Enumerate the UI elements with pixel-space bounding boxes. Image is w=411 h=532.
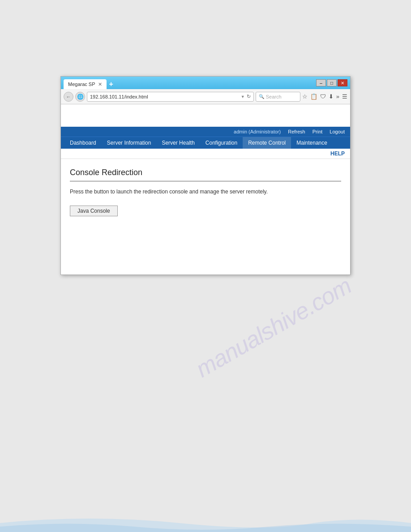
browser-window: Megarac SP ✕ + – □ ✕ ← 🌐 192.168.101.11/…	[60, 76, 351, 275]
browser-tab[interactable]: Megarac SP ✕	[64, 79, 107, 89]
more-icon[interactable]: »	[336, 93, 339, 100]
java-console-button[interactable]: Java Console	[70, 206, 118, 216]
nav-maintenance[interactable]: Maintenance	[291, 137, 333, 149]
watermark: manualshive.com	[191, 272, 355, 383]
new-tab-button[interactable]: +	[107, 80, 116, 88]
title-bar: Megarac SP ✕ + – □ ✕	[61, 77, 350, 89]
page-description: Press the button to launch the redirecti…	[70, 189, 341, 195]
page-title: Console Redirection	[70, 168, 341, 181]
nav-server-health[interactable]: Server Health	[156, 137, 200, 149]
menu-icon[interactable]: ☰	[342, 93, 347, 100]
bottom-decoration	[0, 514, 411, 532]
user-info: admin (Administrator)	[234, 129, 281, 134]
search-box[interactable]: 🔍 Search	[256, 92, 300, 102]
help-link[interactable]: HELP	[330, 150, 345, 157]
url-box[interactable]: 192.168.101.11/index.html ▼ ↻	[87, 92, 254, 102]
url-text: 192.168.101.11/index.html	[90, 94, 239, 99]
minimize-button[interactable]: –	[316, 79, 326, 86]
toolbar-icons: ☆ 📋 🛡 ⬇ » ☰	[302, 93, 347, 100]
info-bar: admin (Administrator) Refresh Print Logo…	[61, 127, 350, 137]
tab-title: Megarac SP	[68, 82, 95, 87]
address-bar: ← 🌐 192.168.101.11/index.html ▼ ↻ 🔍 Sear…	[61, 89, 350, 104]
page-area: admin (Administrator) Refresh Print Logo…	[61, 104, 350, 275]
logout-link[interactable]: Logout	[330, 129, 345, 134]
nav-remote-control[interactable]: Remote Control	[243, 137, 291, 149]
shield-icon[interactable]: 🛡	[320, 93, 326, 100]
nav-configuration[interactable]: Configuration	[200, 137, 243, 149]
maximize-button[interactable]: □	[327, 79, 337, 86]
wave-svg	[0, 514, 411, 532]
search-icon: 🔍	[259, 94, 264, 99]
window-controls: – □ ✕	[316, 79, 347, 86]
top-space	[61, 104, 350, 127]
tab-close-icon[interactable]: ✕	[98, 82, 102, 87]
download-icon[interactable]: ⬇	[329, 93, 334, 100]
bookmark-icon[interactable]: ☆	[302, 93, 308, 100]
nav-dashboard[interactable]: Dashboard	[64, 137, 102, 149]
back-button[interactable]: ←	[64, 92, 73, 102]
search-placeholder: Search	[266, 94, 282, 99]
globe-icon: 🌐	[75, 92, 85, 102]
reader-icon[interactable]: 📋	[310, 93, 317, 100]
url-dropdown-icon[interactable]: ▼	[241, 94, 245, 99]
nav-server-information[interactable]: Server Information	[102, 137, 157, 149]
close-button[interactable]: ✕	[338, 79, 347, 86]
help-bar: HELP	[61, 149, 350, 159]
main-content: Console Redirection Press the button to …	[61, 159, 350, 225]
refresh-icon[interactable]: ↻	[247, 94, 251, 99]
main-nav: Dashboard Server Information Server Heal…	[61, 137, 350, 149]
refresh-link[interactable]: Refresh	[288, 129, 305, 134]
tab-area: Megarac SP ✕ +	[64, 77, 314, 89]
print-link[interactable]: Print	[313, 129, 323, 134]
